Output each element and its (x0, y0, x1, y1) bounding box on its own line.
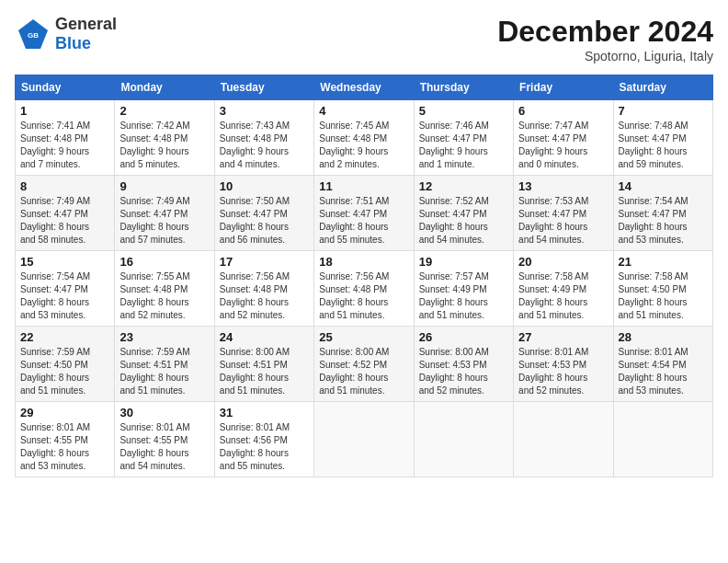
day-info: Sunrise: 7:56 AM Sunset: 4:48 PM Dayligh… (319, 270, 408, 322)
calendar-cell: 7Sunrise: 7:48 AM Sunset: 4:47 PM Daylig… (613, 100, 712, 176)
calendar-cell: 15Sunrise: 7:54 AM Sunset: 4:47 PM Dayli… (16, 251, 115, 327)
day-info: Sunrise: 8:01 AM Sunset: 4:56 PM Dayligh… (220, 421, 309, 473)
day-number: 18 (319, 255, 408, 269)
day-number: 14 (619, 179, 708, 193)
day-number: 16 (119, 255, 209, 269)
day-info: Sunrise: 7:48 AM Sunset: 4:47 PM Dayligh… (619, 120, 708, 171)
column-header-wednesday: Wednesday (314, 75, 414, 100)
calendar-cell: 6Sunrise: 7:47 AM Sunset: 4:47 PM Daylig… (514, 100, 613, 176)
calendar-cell (414, 402, 513, 477)
day-info: Sunrise: 7:55 AM Sunset: 4:48 PM Dayligh… (119, 270, 209, 322)
day-info: Sunrise: 7:51 AM Sunset: 4:47 PM Dayligh… (319, 195, 408, 247)
title-block: December 2024 Spotorno, Liguria, Italy (497, 15, 713, 63)
day-info: Sunrise: 8:01 AM Sunset: 4:55 PM Dayligh… (20, 421, 109, 473)
day-info: Sunrise: 7:43 AM Sunset: 4:48 PM Dayligh… (220, 120, 309, 171)
day-number: 26 (419, 330, 508, 344)
day-number: 21 (619, 255, 708, 269)
svg-text:GB: GB (28, 31, 39, 40)
calendar-cell: 13Sunrise: 7:53 AM Sunset: 4:47 PM Dayli… (514, 176, 613, 251)
calendar-cell: 28Sunrise: 8:01 AM Sunset: 4:54 PM Dayli… (613, 327, 712, 402)
day-info: Sunrise: 7:56 AM Sunset: 4:48 PM Dayligh… (220, 270, 309, 322)
calendar-cell: 29Sunrise: 8:01 AM Sunset: 4:55 PM Dayli… (16, 402, 115, 477)
calendar-cell (613, 402, 712, 477)
day-number: 23 (119, 330, 209, 344)
column-header-monday: Monday (115, 75, 214, 100)
day-info: Sunrise: 7:47 AM Sunset: 4:47 PM Dayligh… (518, 120, 608, 171)
day-number: 19 (419, 255, 508, 269)
day-number: 11 (319, 179, 408, 193)
day-info: Sunrise: 7:54 AM Sunset: 4:47 PM Dayligh… (619, 195, 708, 247)
calendar-cell: 18Sunrise: 7:56 AM Sunset: 4:48 PM Dayli… (314, 251, 414, 327)
day-number: 15 (20, 255, 109, 269)
calendar-cell: 22Sunrise: 7:59 AM Sunset: 4:50 PM Dayli… (16, 327, 115, 402)
calendar-cell: 14Sunrise: 7:54 AM Sunset: 4:47 PM Dayli… (613, 176, 712, 251)
day-info: Sunrise: 7:59 AM Sunset: 4:51 PM Dayligh… (119, 346, 209, 397)
page-header: GB General Blue December 2024 Spotorno, … (15, 15, 713, 63)
day-info: Sunrise: 7:41 AM Sunset: 4:48 PM Dayligh… (20, 120, 109, 171)
day-number: 20 (518, 255, 608, 269)
calendar-cell: 31Sunrise: 8:01 AM Sunset: 4:56 PM Dayli… (214, 402, 313, 477)
day-number: 22 (20, 330, 109, 344)
day-number: 5 (419, 104, 508, 118)
calendar-cell: 30Sunrise: 8:01 AM Sunset: 4:55 PM Dayli… (115, 402, 214, 477)
day-info: Sunrise: 7:57 AM Sunset: 4:49 PM Dayligh… (419, 270, 508, 322)
day-info: Sunrise: 7:58 AM Sunset: 4:50 PM Dayligh… (619, 270, 708, 322)
day-number: 3 (220, 104, 309, 118)
calendar-cell: 9Sunrise: 7:49 AM Sunset: 4:47 PM Daylig… (115, 176, 214, 251)
day-info: Sunrise: 7:50 AM Sunset: 4:47 PM Dayligh… (220, 195, 309, 247)
day-info: Sunrise: 8:01 AM Sunset: 4:53 PM Dayligh… (518, 346, 608, 397)
day-info: Sunrise: 7:52 AM Sunset: 4:47 PM Dayligh… (419, 195, 508, 247)
day-number: 29 (20, 406, 109, 419)
day-number: 7 (619, 104, 708, 118)
day-info: Sunrise: 7:45 AM Sunset: 4:48 PM Dayligh… (319, 120, 408, 171)
calendar-cell: 5Sunrise: 7:46 AM Sunset: 4:47 PM Daylig… (414, 100, 513, 176)
calendar-cell: 21Sunrise: 7:58 AM Sunset: 4:50 PM Dayli… (613, 251, 712, 327)
logo-general: General (55, 15, 117, 33)
calendar-cell: 20Sunrise: 7:58 AM Sunset: 4:49 PM Dayli… (514, 251, 613, 327)
day-info: Sunrise: 7:49 AM Sunset: 4:47 PM Dayligh… (20, 195, 109, 247)
calendar-cell: 26Sunrise: 8:00 AM Sunset: 4:53 PM Dayli… (414, 327, 513, 402)
logo-blue: Blue (55, 34, 91, 52)
day-number: 6 (518, 104, 608, 118)
day-info: Sunrise: 7:54 AM Sunset: 4:47 PM Dayligh… (20, 270, 109, 322)
day-number: 10 (220, 179, 309, 193)
day-info: Sunrise: 8:00 AM Sunset: 4:53 PM Dayligh… (419, 346, 508, 397)
day-number: 13 (518, 179, 608, 193)
day-number: 4 (319, 104, 408, 118)
calendar-cell (314, 402, 414, 477)
calendar-cell: 27Sunrise: 8:01 AM Sunset: 4:53 PM Dayli… (514, 327, 613, 402)
calendar-cell: 23Sunrise: 7:59 AM Sunset: 4:51 PM Dayli… (115, 327, 214, 402)
day-number: 2 (119, 104, 209, 118)
column-header-saturday: Saturday (613, 75, 712, 100)
calendar-cell: 16Sunrise: 7:55 AM Sunset: 4:48 PM Dayli… (115, 251, 214, 327)
day-info: Sunrise: 7:46 AM Sunset: 4:47 PM Dayligh… (419, 120, 508, 171)
day-info: Sunrise: 8:00 AM Sunset: 4:51 PM Dayligh… (220, 346, 309, 397)
calendar-cell: 1Sunrise: 7:41 AM Sunset: 4:48 PM Daylig… (16, 100, 115, 176)
day-info: Sunrise: 8:01 AM Sunset: 4:55 PM Dayligh… (119, 421, 209, 473)
calendar-cell: 11Sunrise: 7:51 AM Sunset: 4:47 PM Dayli… (314, 176, 414, 251)
day-info: Sunrise: 7:53 AM Sunset: 4:47 PM Dayligh… (518, 195, 608, 247)
day-info: Sunrise: 7:58 AM Sunset: 4:49 PM Dayligh… (518, 270, 608, 322)
day-info: Sunrise: 7:49 AM Sunset: 4:47 PM Dayligh… (119, 195, 209, 247)
logo: GB General Blue (15, 15, 117, 53)
day-number: 9 (119, 179, 209, 193)
calendar-cell: 2Sunrise: 7:42 AM Sunset: 4:48 PM Daylig… (115, 100, 214, 176)
day-number: 28 (619, 330, 708, 344)
day-number: 8 (20, 179, 109, 193)
logo-icon: GB (15, 16, 51, 52)
calendar-cell: 3Sunrise: 7:43 AM Sunset: 4:48 PM Daylig… (214, 100, 313, 176)
location-subtitle: Spotorno, Liguria, Italy (497, 49, 713, 63)
calendar-table: SundayMondayTuesdayWednesdayThursdayFrid… (15, 75, 713, 477)
day-number: 1 (20, 104, 109, 118)
day-number: 12 (419, 179, 508, 193)
day-number: 31 (220, 406, 309, 419)
day-info: Sunrise: 8:01 AM Sunset: 4:54 PM Dayligh… (619, 346, 708, 397)
calendar-cell: 19Sunrise: 7:57 AM Sunset: 4:49 PM Dayli… (414, 251, 513, 327)
day-number: 17 (220, 255, 309, 269)
day-info: Sunrise: 7:42 AM Sunset: 4:48 PM Dayligh… (119, 120, 209, 171)
calendar-week-row: 15Sunrise: 7:54 AM Sunset: 4:47 PM Dayli… (16, 251, 713, 327)
month-title: December 2024 (497, 15, 713, 49)
column-header-sunday: Sunday (16, 75, 115, 100)
day-number: 30 (119, 406, 209, 419)
calendar-cell: 17Sunrise: 7:56 AM Sunset: 4:48 PM Dayli… (214, 251, 313, 327)
